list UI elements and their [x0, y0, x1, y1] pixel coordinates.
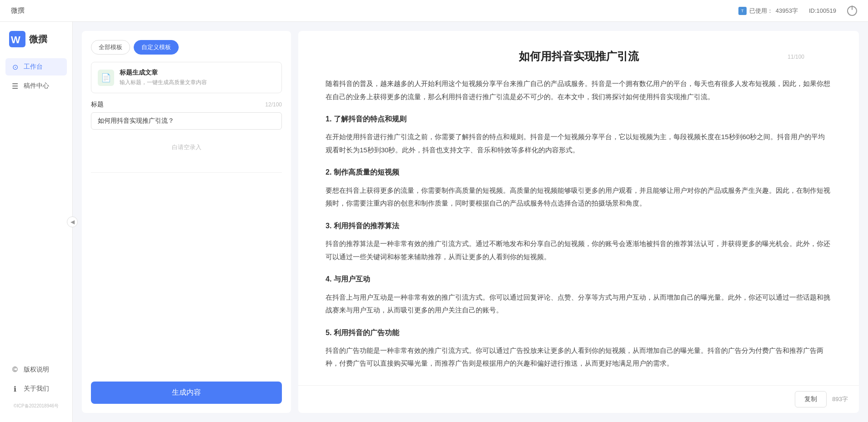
article-paragraph-5: 抖音的广告功能是一种非常有效的推广引流方式。你可以通过广告投放来让更多的人看到你… [326, 344, 832, 370]
article-wrapper: 11/100 如何用抖音实现推广引流 随着抖音的普及，越来越多的人开始利用这个短… [326, 49, 832, 370]
left-panel: 全部模板 自定义模板 📄 标题生成文章 输入标题，一键生成高质量文章内容 标题 … [82, 31, 291, 413]
workbench-icon: ⊙ [11, 63, 19, 71]
topbar: 微撰 T 已使用： 43953字 ID:100519 [0, 0, 868, 22]
textarea-placeholder: 白请空录入 [91, 130, 282, 165]
sidebar-item-copyright[interactable]: © 版权说明 [5, 361, 67, 378]
user-id: ID:100519 [809, 7, 836, 14]
title-input[interactable] [91, 112, 282, 130]
about-icon: ℹ [11, 385, 19, 393]
sidebar-bottom: © 版权说明 ℹ 关于我们 ©ICP备2022018946号 [0, 361, 72, 413]
icp-text: ©ICP备2022018946号 [5, 399, 67, 413]
sidebar-item-copyright-label: 版权说明 [24, 366, 49, 374]
article-paragraph-2: 要想在抖音上获得更多的流量，你需要制作高质量的短视频。高质量的短视频能够吸引更多… [326, 184, 832, 210]
article-paragraph-3: 抖音的推荐算法是一种非常有效的推广引流方式。通过不断地发布和分享自己的短视频，你… [326, 237, 832, 263]
tab-custom-templates[interactable]: 自定义模板 [134, 40, 179, 55]
logo-text: 微撰 [29, 33, 47, 45]
article-section-1-heading: 1. 了解抖音的特点和规则 [326, 112, 832, 126]
article-paragraph-4: 在抖音上与用户互动是一种非常有效的推广引流方式。你可以通过回复评论、点赞、分享等… [326, 291, 832, 317]
sidebar-item-drafts-label: 稿件中心 [24, 82, 49, 90]
usage-info: T 已使用： 43953字 [738, 7, 798, 15]
page-count: 11/100 [788, 54, 804, 60]
used-label: 已使用： [749, 7, 773, 15]
article-content[interactable]: 11/100 如何用抖音实现推广引流 随着抖音的普及，越来越多的人开始利用这个短… [298, 31, 859, 385]
logout-button[interactable] [847, 6, 857, 16]
divider [91, 172, 282, 173]
sidebar-item-workbench-label: 工作台 [24, 63, 43, 71]
content-area: 全部模板 自定义模板 📄 标题生成文章 输入标题，一键生成高质量文章内容 标题 … [73, 22, 868, 422]
used-count: 43953字 [776, 7, 798, 15]
article-title: 如何用抖音实现推广引流 [326, 49, 832, 64]
sidebar-nav: ⊙ 工作台 ☰ 稿件中心 [0, 58, 72, 95]
form-label: 标题 [91, 100, 104, 109]
article-footer: 复制 893字 [298, 385, 859, 413]
sidebar-item-drafts[interactable]: ☰ 稿件中心 [5, 77, 67, 95]
article-paragraph-1: 在开始使用抖音进行推广引流之前，你需要了解抖音的特点和规则。抖音是一个短视频分享… [326, 131, 832, 156]
char-count: 12/100 [265, 101, 282, 108]
article-section-2-heading: 2. 制作高质量的短视频 [326, 166, 832, 179]
drafts-icon: ☰ [11, 82, 19, 90]
topbar-title: 微撰 [11, 6, 25, 15]
article-section-3-heading: 3. 利用抖音的推荐算法 [326, 219, 832, 233]
logo-area: W 微撰 [0, 31, 72, 58]
usage-icon: T [738, 7, 747, 15]
template-card[interactable]: 📄 标题生成文章 输入标题，一键生成高质量文章内容 [91, 62, 282, 93]
copy-button[interactable]: 复制 [795, 391, 827, 407]
article-body: 随着抖音的普及，越来越多的人开始利用这个短视频分享平台来推广自己的产品或服务。抖… [326, 77, 832, 370]
generate-button[interactable]: 生成内容 [91, 382, 282, 404]
template-card-title: 标题生成文章 [120, 69, 207, 77]
sidebar: W 微撰 ⊙ 工作台 ☰ 稿件中心 © 版权说明 ℹ 关于我们 ©ICP备20 [0, 22, 73, 422]
copyright-icon: © [11, 366, 19, 374]
template-card-icon: 📄 [98, 70, 114, 86]
word-count: 893字 [832, 395, 848, 403]
id-label: ID:100519 [809, 7, 836, 14]
logo-icon: W [9, 31, 25, 47]
right-panel: 11/100 如何用抖音实现推广引流 随着抖音的普及，越来越多的人开始利用这个短… [298, 31, 859, 413]
sidebar-item-about[interactable]: ℹ 关于我们 [5, 380, 67, 397]
template-card-description: 输入标题，一键生成高质量文章内容 [120, 79, 207, 86]
sidebar-collapse-button[interactable]: ◀ [67, 216, 78, 227]
article-section-4-heading: 4. 与用户互动 [326, 272, 832, 286]
sidebar-item-about-label: 关于我们 [24, 385, 49, 393]
sidebar-item-workbench[interactable]: ⊙ 工作台 [5, 58, 67, 75]
form-section: 标题 12/100 白请空录入 [91, 100, 282, 165]
svg-text:W: W [11, 34, 20, 45]
article-paragraph-intro: 随着抖音的普及，越来越多的人开始利用这个短视频分享平台来推广自己的产品或服务。抖… [326, 77, 832, 103]
article-section-5-heading: 5. 利用抖音的广告功能 [326, 326, 832, 340]
tab-all-templates[interactable]: 全部模板 [91, 40, 130, 55]
tab-bar: 全部模板 自定义模板 [91, 40, 282, 55]
